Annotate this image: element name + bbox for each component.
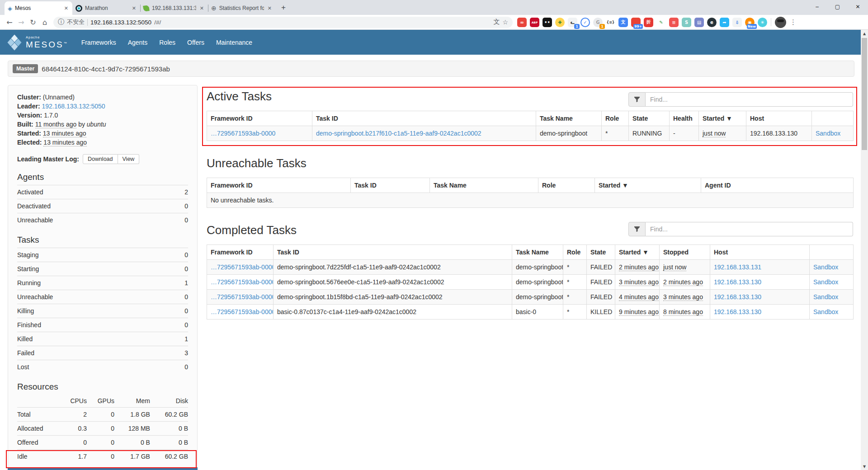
- extension-icon-16[interactable]: e: [707, 18, 717, 27]
- extension-icon-6[interactable]: ✓: [580, 18, 590, 27]
- translate-icon[interactable]: 文: [493, 18, 500, 26]
- col-agent-id[interactable]: Agent ID: [701, 178, 854, 193]
- nav-agents[interactable]: Agents: [122, 39, 154, 46]
- extension-icon-19[interactable]: ◉New: [745, 18, 755, 27]
- page-info-icon[interactable]: ⓘ: [58, 18, 64, 26]
- extension-icon-13[interactable]: ≡: [669, 18, 679, 27]
- col-role[interactable]: Role: [563, 245, 587, 260]
- sandbox-link[interactable]: Sandbox: [813, 278, 838, 286]
- col-started-sort[interactable]: Started ▼: [595, 178, 701, 193]
- extension-icon-2[interactable]: ABP: [530, 18, 539, 27]
- col-started-sort[interactable]: Started ▼: [615, 245, 660, 260]
- sandbox-link[interactable]: Sandbox: [816, 130, 840, 137]
- col-task-name[interactable]: Task Name: [512, 245, 563, 260]
- extension-icon-9[interactable]: 文: [618, 18, 628, 27]
- host-link[interactable]: 192.168.133.130: [714, 308, 761, 315]
- host-link[interactable]: 192.168.133.131: [714, 263, 761, 271]
- framework-link[interactable]: …7295671593ab-0000: [211, 263, 274, 271]
- nav-maintenance[interactable]: Maintenance: [210, 39, 258, 46]
- extension-icon-5[interactable]: ᓚ1: [568, 18, 577, 27]
- host-link[interactable]: 192.168.133.130: [714, 278, 761, 286]
- back-button[interactable]: ←: [4, 16, 15, 28]
- browser-menu-icon[interactable]: ⋮: [790, 18, 797, 26]
- col-host[interactable]: Host: [710, 245, 810, 260]
- framework-link[interactable]: …7295671593ab-0000: [211, 278, 274, 286]
- scroll-down-icon[interactable]: ▼: [861, 463, 868, 470]
- framework-link[interactable]: …7295671593ab-0000: [211, 308, 274, 315]
- col-framework-id[interactable]: Framework ID: [207, 111, 312, 126]
- col-role[interactable]: Role: [602, 111, 629, 126]
- nav-frameworks[interactable]: Frameworks: [75, 39, 122, 46]
- mesos-logo[interactable]: Apache MESOS™: [6, 33, 68, 52]
- active-find-input[interactable]: [646, 92, 853, 107]
- completed-find-input[interactable]: [646, 222, 853, 236]
- download-log-button[interactable]: Download: [83, 154, 118, 164]
- extension-icon-15[interactable]: ▤: [694, 18, 704, 27]
- address-bar[interactable]: ⓘ 不安全 192.168.133.132:5050 /#/ 文 ☆: [53, 17, 513, 28]
- framework-link[interactable]: …7295671593ab-0000: [211, 293, 274, 301]
- tab-title: Statistics Report for HAProxy: [219, 5, 264, 11]
- leader-link[interactable]: 192.168.133.132:5050: [42, 103, 105, 110]
- nav-roles[interactable]: Roles: [153, 39, 181, 46]
- window-maximize-button[interactable]: ▢: [827, 0, 848, 14]
- nav-offers[interactable]: Offers: [181, 39, 210, 46]
- extension-icon-18[interactable]: ⇩: [732, 18, 742, 27]
- tab-close-icon[interactable]: ✕: [131, 5, 137, 11]
- new-tab-button[interactable]: +: [278, 2, 289, 14]
- view-log-button[interactable]: View: [118, 154, 140, 164]
- tab-spring-hello[interactable]: 192.168.133.131:31657/hello w ✕: [140, 1, 208, 15]
- home-button[interactable]: ⌂: [39, 16, 51, 28]
- extension-icon-1[interactable]: ∞: [517, 18, 527, 27]
- master-bar: Master 68464124-810c-4cc1-9d7c-729567159…: [8, 61, 854, 77]
- sandbox-link[interactable]: Sandbox: [813, 293, 838, 301]
- col-state[interactable]: State: [587, 245, 615, 260]
- col-started-sort[interactable]: Started ▼: [699, 111, 746, 126]
- bookmark-star-icon[interactable]: ☆: [502, 19, 508, 26]
- col-task-id[interactable]: Task ID: [312, 111, 536, 126]
- col-task-name[interactable]: Task Name: [430, 178, 538, 193]
- extension-icon-14[interactable]: S: [682, 18, 691, 27]
- forward-button[interactable]: →: [15, 16, 27, 28]
- state-cell: RUNNING: [629, 126, 670, 141]
- host-link[interactable]: 192.168.133.130: [714, 293, 761, 301]
- extension-icon-8[interactable]: {≡}: [606, 18, 615, 27]
- col-task-id[interactable]: Task ID: [274, 245, 512, 260]
- window-close-button[interactable]: ✕: [848, 0, 868, 14]
- col-state[interactable]: State: [629, 111, 670, 126]
- scrollbar-thumb[interactable]: [862, 38, 867, 150]
- col-health[interactable]: Health: [670, 111, 699, 126]
- col-host[interactable]: Host: [746, 111, 812, 126]
- col-framework-id[interactable]: Framework ID: [207, 245, 274, 260]
- extension-icon-12[interactable]: ✎: [656, 18, 666, 27]
- extension-icon-7[interactable]: G1: [593, 18, 603, 27]
- tab-close-icon[interactable]: ✕: [267, 5, 273, 11]
- sandbox-link[interactable]: Sandbox: [813, 263, 838, 271]
- tab-haproxy-stats[interactable]: ⊕ Statistics Report for HAProxy ✕: [208, 1, 276, 15]
- extension-icon-4[interactable]: ✚: [555, 18, 565, 27]
- task-name-cell: basic-0: [512, 305, 563, 320]
- reload-button[interactable]: ↻: [27, 16, 39, 28]
- scroll-up-icon[interactable]: ▲: [861, 30, 868, 37]
- tab-marathon[interactable]: Marathon ✕: [72, 1, 140, 15]
- extension-icon-10[interactable]: 99+: [631, 18, 641, 27]
- task-link[interactable]: demo-springboot.b217f610-c1a5-11e9-aaf9-…: [316, 130, 481, 137]
- col-task-name[interactable]: Task Name: [536, 111, 602, 126]
- tab-close-icon[interactable]: ✕: [199, 5, 205, 11]
- framework-link[interactable]: …7295671593ab-0000: [211, 130, 275, 137]
- col-task-id[interactable]: Task ID: [351, 178, 430, 193]
- role-cell: *: [563, 305, 587, 320]
- profile-avatar[interactable]: [775, 17, 786, 28]
- tab-close-icon[interactable]: ✕: [63, 5, 69, 11]
- stopped-cell: just now: [660, 260, 710, 275]
- extension-icon-3[interactable]: ••: [542, 18, 552, 27]
- window-minimize-button[interactable]: –: [807, 0, 827, 14]
- col-framework-id[interactable]: Framework ID: [207, 178, 351, 193]
- page-scrollbar[interactable]: ▲ ▼: [861, 30, 868, 470]
- extension-icon-17[interactable]: ➦: [720, 18, 729, 27]
- tab-mesos[interactable]: ◈ Mesos ✕: [5, 1, 72, 15]
- col-stopped[interactable]: Stopped: [660, 245, 710, 260]
- extension-icon-20[interactable]: ✳: [758, 18, 767, 27]
- sandbox-link[interactable]: Sandbox: [813, 308, 838, 315]
- col-role[interactable]: Role: [538, 178, 595, 193]
- extension-icon-11[interactable]: 折: [644, 18, 653, 27]
